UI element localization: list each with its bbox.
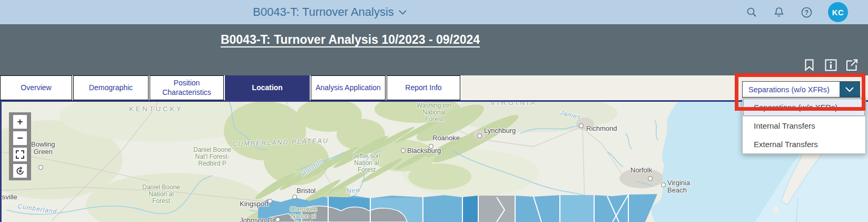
tab-label: Position Characteristics [158, 79, 216, 97]
report-title: B0043-T: Turnover Analysis 10/2023 - 09/… [0, 33, 701, 47]
shell-actions: ? KC [746, 0, 848, 24]
help-icon[interactable]: ? [801, 6, 812, 18]
user-avatar[interactable]: KC [828, 2, 848, 22]
tab-position-characteristics[interactable]: Position Characteristics [150, 75, 224, 100]
reset-zoom-button[interactable] [13, 164, 27, 178]
city-dot [429, 144, 433, 149]
tab-analysis-application[interactable]: Analysis Application [311, 75, 386, 100]
bookmark-icon[interactable] [803, 59, 815, 71]
tab-label: Location [252, 83, 282, 93]
tab-demographic[interactable]: Demographic [73, 75, 149, 100]
share-export-icon[interactable] [846, 59, 859, 71]
city-dot [477, 133, 482, 138]
search-icon[interactable] [746, 6, 757, 18]
shell-title-text: B0043-T: Turnover Analysis [253, 5, 394, 19]
zoom-in-button[interactable]: + [13, 115, 27, 129]
city-dot [648, 176, 653, 181]
city-dot [275, 217, 280, 222]
map-controls: + − [9, 112, 31, 180]
tab-location[interactable]: Location [225, 75, 310, 100]
shell-topbar: B0043-T: Turnover Analysis ? KC [0, 0, 868, 24]
city-dot [292, 195, 297, 199]
city-dot [38, 165, 43, 170]
dropdown-option-internal-transfers[interactable]: Internal Transfers [743, 117, 865, 135]
measure-dropdown-list: Separations (w/o XFRs) Internal Transfer… [742, 98, 866, 154]
measure-select-value: Separations (w/o XFRs) [743, 85, 840, 94]
tab-label: Overview [21, 83, 51, 93]
dropdown-option-external-transfers[interactable]: External Transfers [743, 135, 865, 153]
app-window: B0043-T: Turnover Analysis ? KC B0043-T:… [0, 0, 868, 222]
city-dot [268, 199, 272, 204]
report-actions [803, 59, 859, 71]
box-select-button[interactable] [13, 148, 27, 161]
city-dot [401, 148, 406, 153]
report-header: B0043-T: Turnover Analysis 10/2023 - 09/… [0, 24, 868, 75]
city-dot [579, 123, 584, 128]
tab-label: Demographic [89, 83, 133, 93]
tab-label: Analysis Application [315, 83, 381, 93]
zoom-out-button[interactable]: − [13, 131, 27, 145]
map-canvas [2, 102, 868, 222]
svg-text:?: ? [804, 9, 808, 16]
measure-select[interactable]: Separations (w/o XFRs) [742, 81, 860, 98]
shell-title[interactable]: B0043-T: Turnover Analysis [253, 0, 407, 24]
measure-select-arrow[interactable] [840, 82, 860, 97]
tab-report-info[interactable]: Report Info [387, 75, 460, 100]
tab-overview[interactable]: Overview [0, 75, 72, 100]
marquee-icon [16, 150, 24, 159]
notifications-bell-icon[interactable] [773, 6, 785, 18]
city-dot [661, 182, 666, 187]
tab-label: Report Info [405, 83, 441, 93]
reset-icon [15, 166, 25, 176]
dropdown-option-separations[interactable]: Separations (w/o XFRs) [743, 98, 865, 117]
geo-map[interactable]: KENTUCKY VIRGINIA CUMBERLAND PLATEAU Was… [0, 100, 868, 222]
chevron-down-icon [845, 87, 854, 92]
tab-strip: Overview Demographic Position Characteri… [0, 75, 868, 100]
info-icon[interactable] [824, 59, 837, 71]
chevron-down-icon [399, 10, 407, 15]
